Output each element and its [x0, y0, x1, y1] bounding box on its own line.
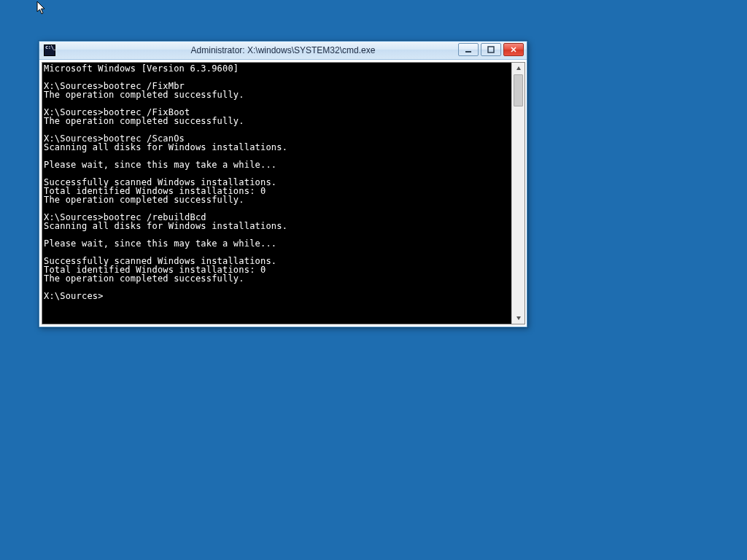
scroll-down-arrow-icon[interactable] [513, 312, 525, 324]
minimize-button[interactable] [458, 43, 479, 56]
window-title: Administrator: X:\windows\SYSTEM32\cmd.e… [39, 45, 527, 55]
window-controls [458, 43, 524, 56]
cmd-window: Administrator: X:\windows\SYSTEM32\cmd.e… [39, 41, 527, 327]
mouse-cursor-icon [36, 1, 47, 16]
console-output[interactable]: Microsoft Windows [Version 6.3.9600] X:\… [42, 63, 511, 324]
vertical-scrollbar[interactable] [511, 63, 525, 324]
svg-rect-0 [465, 51, 471, 52]
console-wrap: Microsoft Windows [Version 6.3.9600] X:\… [42, 62, 525, 324]
close-button[interactable] [503, 43, 524, 56]
cmd-app-icon [44, 44, 55, 56]
window-client-area: Microsoft Windows [Version 6.3.9600] X:\… [39, 60, 527, 327]
scrollbar-thumb[interactable] [514, 74, 523, 106]
maximize-button[interactable] [481, 43, 501, 56]
scroll-up-arrow-icon[interactable] [513, 63, 525, 74]
titlebar[interactable]: Administrator: X:\windows\SYSTEM32\cmd.e… [39, 42, 527, 60]
svg-rect-1 [488, 47, 494, 52]
scrollbar-track[interactable] [512, 74, 525, 312]
